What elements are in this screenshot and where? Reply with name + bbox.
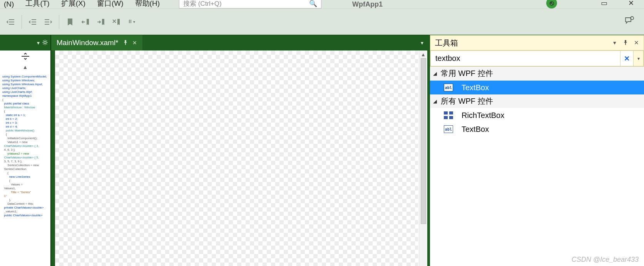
outdent-icon[interactable] bbox=[5, 17, 16, 27]
main-area: ▾ ▲ using System.ComponentModel;using Sy… bbox=[0, 35, 644, 266]
title-bar-right-controls: ⎋ ▭ ✕ bbox=[546, 0, 644, 8]
menu-bar: (N) 工具(T) 扩展(X) 窗口(W) 帮助(H) 搜索 (Ctrl+Q) … bbox=[0, 0, 644, 8]
close-panel-icon[interactable]: ✕ bbox=[632, 39, 641, 46]
svg-line-19 bbox=[43, 40, 44, 41]
toolbox-search-row: ✕ ▾ bbox=[430, 51, 644, 67]
toolbox-item[interactable]: ablTextBox bbox=[430, 81, 644, 94]
expand-icon: ◢ bbox=[433, 98, 441, 104]
outline-settings-icon[interactable] bbox=[42, 39, 48, 47]
solution-name-label: WpfApp1 bbox=[352, 0, 383, 8]
toolbox-group-header[interactable]: ◢常用 WPF 控件 bbox=[430, 67, 644, 81]
search-options-dropdown-icon[interactable]: ▾ bbox=[634, 51, 644, 66]
tab-title: MainWindow.xaml* bbox=[57, 39, 119, 47]
pin-panel-icon[interactable] bbox=[621, 40, 630, 46]
bookmark-icon[interactable] bbox=[65, 17, 75, 27]
group-label: 所有 WPF 控件 bbox=[441, 96, 493, 106]
close-window-icon[interactable]: ✕ bbox=[628, 0, 634, 7]
pin-tab-icon[interactable] bbox=[123, 40, 128, 46]
toolbox-item[interactable]: ablTextBox bbox=[430, 122, 644, 136]
svg-line-20 bbox=[47, 44, 47, 44]
watermark-text: CSDN @Ice_bear433 bbox=[572, 256, 639, 264]
menu-item[interactable]: 帮助(H) bbox=[135, 0, 160, 8]
toolbox-search-input[interactable] bbox=[430, 51, 621, 66]
clear-search-icon[interactable]: ✕ bbox=[621, 51, 634, 66]
menu-item[interactable]: 窗口(W) bbox=[97, 0, 124, 8]
collapse-up-icon[interactable]: ▲ bbox=[0, 64, 50, 72]
group-label: 常用 WPF 控件 bbox=[441, 68, 493, 79]
search-placeholder: 搜索 (Ctrl+Q) bbox=[183, 0, 222, 8]
feedback-icon[interactable] bbox=[624, 16, 634, 28]
restore-window-icon[interactable]: ▭ bbox=[601, 0, 607, 7]
toolbox-item-label: RichTextBox bbox=[462, 111, 504, 120]
profile-badge-icon[interactable]: ⎋ bbox=[546, 0, 557, 8]
expand-icon: ◢ bbox=[433, 71, 441, 76]
richtextbox-icon bbox=[444, 111, 453, 119]
clear-bookmark-icon[interactable] bbox=[111, 17, 122, 27]
search-icon: 🔍 bbox=[309, 0, 317, 8]
svg-rect-11 bbox=[129, 20, 130, 23]
xaml-designer-surface[interactable]: ▲ bbox=[54, 51, 427, 266]
svg-rect-12 bbox=[130, 20, 131, 23]
toolbox-item-label: TextBox bbox=[462, 83, 489, 92]
menu-item[interactable]: 扩展(X) bbox=[61, 0, 85, 8]
next-bookmark-icon[interactable] bbox=[95, 17, 106, 27]
menu-item[interactable]: (N) bbox=[4, 0, 14, 8]
toolbar bbox=[0, 8, 644, 35]
editor-area: MainWindow.xaml* ✕ ▾ ▲ bbox=[51, 35, 427, 266]
toolbar-overflow-icon[interactable] bbox=[126, 17, 137, 27]
menu-item[interactable]: 工具(T) bbox=[25, 0, 49, 8]
outline-header: ▾ bbox=[0, 35, 50, 51]
document-tab[interactable]: MainWindow.xaml* ✕ bbox=[51, 35, 142, 51]
toolbox-item-label: TextBox bbox=[462, 125, 489, 134]
prev-bookmark-icon[interactable] bbox=[80, 17, 91, 27]
toolbox-group-header[interactable]: ◢所有 WPF 控件 bbox=[430, 94, 644, 108]
document-tabs: MainWindow.xaml* ✕ ▾ bbox=[51, 35, 427, 51]
toolbox-item[interactable]: RichTextBox bbox=[430, 108, 644, 122]
split-view-icon[interactable] bbox=[0, 51, 50, 64]
code-thumbnail[interactable]: using System.ComponentModel;using System… bbox=[0, 72, 50, 266]
close-tab-icon[interactable]: ✕ bbox=[132, 40, 137, 46]
toolbox-title: 工具箱 bbox=[435, 38, 608, 48]
outline-dropdown-icon[interactable]: ▾ bbox=[37, 40, 40, 46]
scroll-up-icon[interactable]: ▲ bbox=[419, 51, 427, 58]
svg-line-21 bbox=[43, 44, 44, 44]
textbox-icon: abl bbox=[444, 84, 453, 91]
tabs-dropdown-icon[interactable]: ▾ bbox=[421, 40, 423, 46]
document-outline-panel: ▾ ▲ using System.ComponentModel;using Sy… bbox=[0, 35, 51, 266]
transparent-background bbox=[55, 51, 418, 266]
global-search-input[interactable]: 搜索 (Ctrl+Q) 🔍 bbox=[179, 0, 321, 8]
toolbox-panel: 工具箱 ▾ ✕ ✕ ▾ ◢常用 WPF 控件ablTextBox◢所有 WPF … bbox=[427, 35, 644, 266]
svg-line-22 bbox=[47, 40, 47, 41]
textbox-icon: abl bbox=[444, 125, 453, 133]
increase-indent-icon[interactable] bbox=[43, 17, 54, 27]
toolbox-list: ◢常用 WPF 控件ablTextBox◢所有 WPF 控件RichTextBo… bbox=[430, 67, 644, 266]
svg-point-14 bbox=[44, 41, 46, 44]
toolbox-header: 工具箱 ▾ ✕ bbox=[430, 35, 644, 51]
decrease-indent-icon[interactable] bbox=[27, 17, 38, 27]
panel-options-icon[interactable]: ▾ bbox=[611, 39, 619, 46]
vertical-scrollbar[interactable]: ▲ bbox=[419, 51, 427, 266]
scrollbar-thumb[interactable] bbox=[421, 58, 426, 224]
